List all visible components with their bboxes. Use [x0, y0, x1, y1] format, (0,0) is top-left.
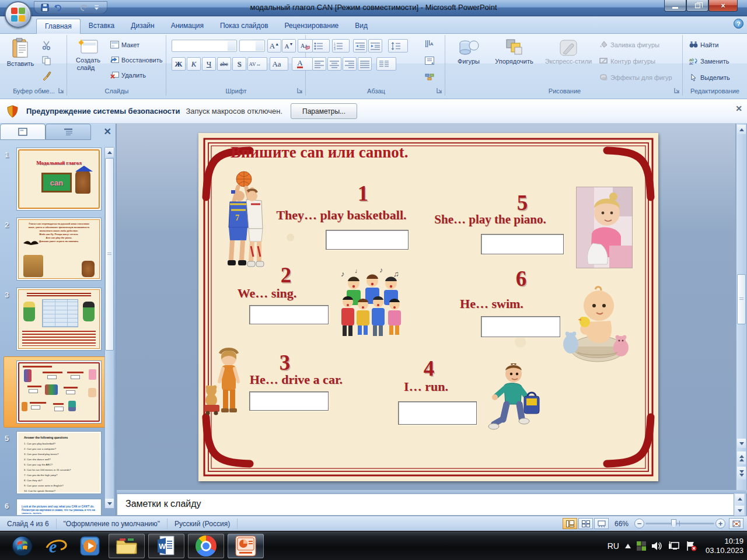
- minimize-button[interactable]: [664, 0, 686, 12]
- customize-qat-button[interactable]: [90, 2, 102, 13]
- fit-to-window-button[interactable]: [729, 518, 743, 529]
- security-bar-close-icon[interactable]: ✕: [735, 104, 742, 113]
- internet-explorer-icon[interactable]: e: [41, 534, 71, 558]
- font-size-combobox[interactable]: [239, 40, 265, 52]
- format-painter-button[interactable]: [40, 69, 54, 82]
- next-slide-button[interactable]: [737, 467, 746, 480]
- exercise-2-answer-box[interactable]: [249, 305, 329, 324]
- panel-scroll-down[interactable]: [105, 499, 114, 508]
- tab-slides-thumbnails[interactable]: [0, 124, 46, 140]
- normal-view-button[interactable]: [563, 518, 577, 529]
- slide-thumbnail-3[interactable]: [16, 288, 102, 351]
- help-button[interactable]: ?: [734, 19, 743, 29]
- panel-scrollbar[interactable]: [104, 147, 114, 509]
- find-button[interactable]: Найти: [687, 40, 720, 50]
- scroll-up-button[interactable]: [737, 125, 746, 134]
- chevron-down-icon[interactable]: [256, 41, 264, 51]
- decrease-indent-button[interactable]: [353, 39, 367, 52]
- zoom-slider-thumb[interactable]: [671, 519, 676, 528]
- tab-insert[interactable]: Вставка: [81, 19, 123, 34]
- align-right-button[interactable]: [343, 57, 357, 71]
- notes-pane[interactable]: Заметки к слайду: [117, 494, 734, 516]
- media-player-icon[interactable]: [75, 534, 105, 558]
- align-center-button[interactable]: [327, 57, 341, 71]
- scrollbar-thumb[interactable]: [737, 274, 746, 324]
- font-dialog-launcher[interactable]: [297, 88, 303, 94]
- shapes-button[interactable]: Фигуры: [451, 36, 487, 65]
- undo-button[interactable]: [52, 2, 64, 13]
- numbering-button[interactable]: 123: [332, 39, 350, 52]
- strikethrough-button[interactable]: abc: [217, 57, 231, 71]
- arrange-button[interactable]: Упорядочить: [489, 36, 539, 65]
- notes-scrollbar[interactable]: [734, 494, 746, 516]
- tab-home[interactable]: Главная: [36, 19, 81, 34]
- tab-review[interactable]: Рецензирование: [277, 19, 347, 34]
- notes-scroll-up[interactable]: [735, 494, 744, 503]
- tab-design[interactable]: Дизайн: [123, 19, 162, 34]
- exercise-3-answer-box[interactable]: [249, 391, 329, 411]
- slide-thumbnail-4[interactable]: [16, 360, 102, 424]
- redo-button[interactable]: [78, 2, 89, 13]
- save-button[interactable]: [39, 2, 51, 13]
- slide-thumbnail-1[interactable]: Модальный глагол can: [16, 148, 102, 211]
- zoom-in-button[interactable]: +: [715, 519, 725, 528]
- scroll-down-button[interactable]: [737, 439, 746, 448]
- delete-slide-button[interactable]: Удалить: [109, 70, 148, 80]
- volume-icon[interactable]: [652, 541, 662, 551]
- chevron-down-icon[interactable]: [228, 41, 236, 51]
- panel-scrollbar-thumb[interactable]: [105, 158, 114, 351]
- slide-thumbnail-2[interactable]: Глагол can переводится на русский язык г…: [16, 218, 102, 281]
- bold-button[interactable]: Ж: [172, 57, 186, 71]
- tray-app-icon[interactable]: [637, 541, 646, 551]
- layout-button[interactable]: Макет: [109, 40, 148, 50]
- exercise-1-answer-box[interactable]: [326, 230, 409, 250]
- tab-animation[interactable]: Анимация: [163, 19, 212, 34]
- zoom-percentage[interactable]: 66%: [610, 520, 633, 528]
- vertical-scrollbar[interactable]: [736, 124, 746, 490]
- restore-button[interactable]: [686, 0, 708, 12]
- file-explorer-taskbar-button[interactable]: [109, 534, 145, 558]
- underline-button[interactable]: Ч: [202, 57, 216, 71]
- tab-view[interactable]: Вид: [347, 19, 376, 34]
- select-button[interactable]: Выделить: [687, 72, 739, 82]
- character-spacing-button[interactable]: AV↔: [247, 57, 267, 71]
- exercise-5-answer-box[interactable]: [481, 234, 564, 254]
- word-taskbar-button[interactable]: W: [148, 534, 184, 558]
- slide-thumbnail-5[interactable]: Answer the following questions 1. Can yo…: [16, 431, 102, 494]
- new-slide-button[interactable]: Создать слайд: [70, 36, 106, 72]
- shrink-font-button[interactable]: A▼: [282, 39, 296, 52]
- shape-outline-button[interactable]: Контур фигуры: [598, 56, 664, 66]
- previous-slide-button[interactable]: [737, 452, 746, 464]
- slide-title[interactable]: Впишите can или cannot.: [231, 144, 409, 162]
- tab-slideshow[interactable]: Показ слайдов: [212, 19, 277, 34]
- exercise-6-answer-box[interactable]: [481, 316, 560, 337]
- start-button[interactable]: [7, 534, 37, 558]
- paste-button[interactable]: Вставить: [4, 36, 37, 68]
- paragraph-dialog-launcher[interactable]: [437, 88, 443, 94]
- network-icon[interactable]: [668, 541, 680, 551]
- cut-button[interactable]: [40, 38, 54, 52]
- powerpoint-taskbar-button[interactable]: [228, 534, 264, 558]
- clipboard-dialog-launcher[interactable]: [58, 88, 65, 94]
- bullets-button[interactable]: [312, 39, 330, 52]
- show-hidden-icons-button[interactable]: [625, 544, 631, 548]
- text-direction-button[interactable]: A: [422, 37, 442, 51]
- slide-canvas[interactable]: Впишите can или cannot. 1 They… play bas…: [198, 133, 658, 481]
- office-button[interactable]: [5, 1, 32, 28]
- align-text-button[interactable]: [422, 54, 442, 67]
- columns-button[interactable]: [376, 57, 396, 71]
- zoom-out-button[interactable]: −: [634, 519, 644, 528]
- zoom-slider-track[interactable]: [645, 523, 714, 524]
- shape-fill-button[interactable]: Заливка фигуры: [598, 40, 668, 50]
- language-indicator[interactable]: RU: [608, 541, 619, 551]
- close-button[interactable]: ×: [708, 0, 738, 12]
- status-language[interactable]: Русский (Россия): [167, 519, 238, 529]
- italic-button[interactable]: К: [187, 57, 201, 71]
- increase-indent-button[interactable]: [368, 39, 382, 52]
- panel-scroll-up[interactable]: [105, 148, 114, 157]
- shape-effects-button[interactable]: Эффекты для фигур: [598, 72, 681, 82]
- panel-close-icon[interactable]: ✕: [104, 126, 111, 137]
- align-left-button[interactable]: [312, 57, 326, 71]
- tab-outline[interactable]: [46, 124, 91, 140]
- slideshow-view-button[interactable]: [594, 518, 609, 529]
